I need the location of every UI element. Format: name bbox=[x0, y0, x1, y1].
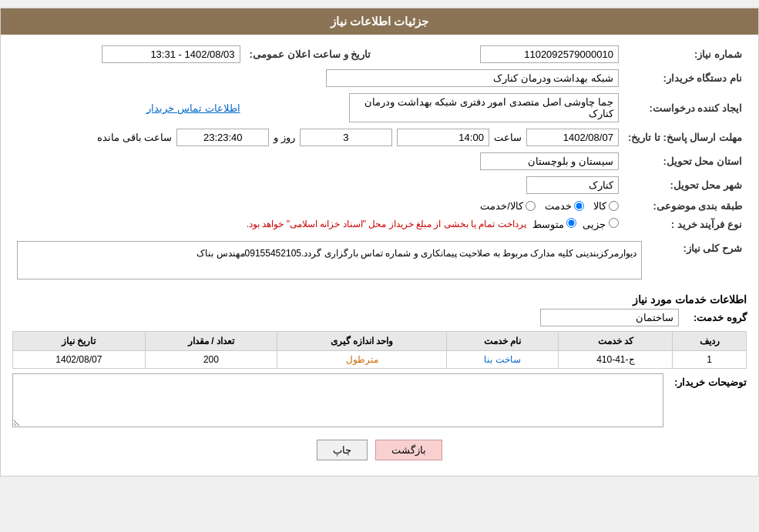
reply-remaining: 23:23:40 bbox=[176, 129, 269, 146]
category-khedmat-label: خدمت bbox=[545, 200, 572, 212]
col-name: نام خدمت bbox=[446, 332, 559, 351]
col-row: ردیف bbox=[673, 332, 747, 351]
purchase-type-jezvi-label: جزیی bbox=[583, 219, 606, 230]
purchase-type-jezvi-radio[interactable] bbox=[609, 218, 619, 228]
category-label: طبقه بندی موضوعی: bbox=[623, 197, 747, 215]
reply-date: 1402/08/07 bbox=[526, 129, 619, 146]
page-title: جزئیات اطلاعات نیاز bbox=[1, 8, 758, 35]
col-unit: واحد اندازه گیری bbox=[277, 332, 447, 351]
category-khedmat-option[interactable]: خدمت bbox=[545, 200, 584, 212]
reply-remaining-label: ساعت باقی مانده bbox=[97, 132, 172, 143]
reply-days: 3 bbox=[300, 129, 392, 146]
cell-qty: 200 bbox=[145, 351, 277, 369]
creator-label: ایجاد کننده درخواست: bbox=[623, 90, 747, 125]
category-kala-khedmat-option[interactable]: کالا/خدمت bbox=[480, 200, 536, 212]
print-button[interactable]: چاپ bbox=[317, 440, 368, 460]
purchase-note: پرداخت تمام یا بخشی از مبلغ خریداز محل "… bbox=[247, 219, 526, 229]
purchase-type-motevaset-option[interactable]: متوسط bbox=[532, 218, 577, 230]
buyer-notes-input[interactable] bbox=[12, 373, 663, 427]
buyer-name-label: نام دستگاه خریدار: bbox=[623, 66, 747, 90]
table-row: 1 ج-41-410 ساخت بنا مترطول 200 1402/08/0… bbox=[13, 351, 747, 369]
category-kala-label: کالا bbox=[593, 200, 606, 212]
announcement-label: تاریخ و ساعت اعلان عمومی: bbox=[245, 42, 376, 66]
back-button[interactable]: بازگشت bbox=[375, 440, 442, 460]
category-kala-option[interactable]: کالا bbox=[593, 200, 619, 212]
city-value: کنارک bbox=[526, 176, 619, 194]
city-label: شهر محل تحویل: bbox=[623, 173, 747, 197]
purchase-type-motevaset-label: متوسط bbox=[532, 219, 564, 230]
category-kala-khedmat-radio[interactable] bbox=[526, 201, 536, 211]
purchase-type-motevaset-radio[interactable] bbox=[566, 218, 576, 228]
need-description-label: شرح کلی نیاز: bbox=[646, 238, 747, 287]
contact-link[interactable]: اطلاعات تماس خریدار bbox=[146, 102, 240, 114]
service-group-label: گروه خدمت: bbox=[685, 312, 747, 323]
button-row: بازگشت چاپ bbox=[12, 432, 747, 468]
reply-time: 14:00 bbox=[397, 129, 489, 146]
reply-days-label: روز و bbox=[274, 132, 295, 143]
purchase-type-label: نوع فرآیند خرید : bbox=[623, 215, 747, 233]
col-code: کد خدمت bbox=[559, 332, 673, 351]
category-kala-khedmat-label: کالا/خدمت bbox=[480, 200, 523, 212]
service-group-value: ساختمان bbox=[540, 309, 679, 326]
category-kala-radio[interactable] bbox=[609, 201, 619, 211]
creator-value: جما چاوشی اصل متصدی امور دفتری شبکه بهدا… bbox=[349, 93, 619, 122]
announcement-value: 1402/08/03 - 13:31 bbox=[102, 45, 240, 63]
purchase-type-jezvi-option[interactable]: جزیی bbox=[583, 218, 619, 230]
cell-code: ج-41-410 bbox=[559, 351, 673, 369]
services-table: ردیف کد خدمت نام خدمت واحد اندازه گیری ت… bbox=[12, 331, 747, 369]
province-value: سیستان و بلوچستان bbox=[480, 152, 619, 170]
cell-date: 1402/08/07 bbox=[13, 351, 146, 369]
col-qty: تعداد / مقدار bbox=[145, 332, 277, 351]
need-description: دیوارمرکزبندینی کلیه مدارک مربوط به صلاح… bbox=[17, 241, 642, 279]
services-title: اطلاعات خدمات مورد نیاز bbox=[12, 293, 747, 306]
buyer-name-value: شبکه بهداشت ودرمان کنارک bbox=[326, 69, 619, 87]
province-label: استان محل تحویل: bbox=[623, 149, 747, 173]
need-number-label: شماره نیاز: bbox=[623, 42, 747, 66]
reply-deadline-label: مهلت ارسال پاسخ: تا تاریخ: bbox=[623, 125, 747, 149]
category-khedmat-radio[interactable] bbox=[574, 201, 584, 211]
col-date: تاریخ نیاز bbox=[13, 332, 146, 351]
buyer-notes-label: توضیحات خریدار: bbox=[670, 373, 747, 388]
cell-name: ساخت بنا bbox=[446, 351, 559, 369]
cell-unit: مترطول bbox=[277, 351, 447, 369]
reply-time-label: ساعت bbox=[494, 132, 522, 143]
need-number-value: 1102092579000010 bbox=[480, 45, 619, 63]
cell-row: 1 bbox=[673, 351, 747, 369]
